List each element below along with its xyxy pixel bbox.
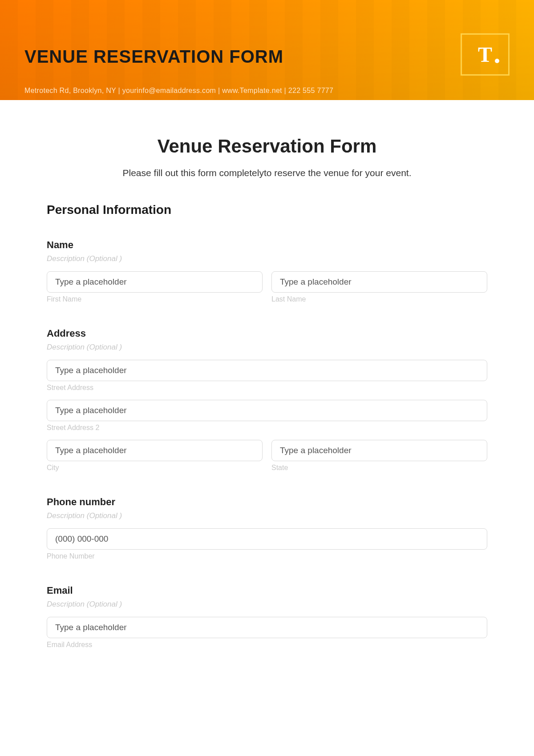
banner-title: VENUE RESERVATION FORM [24,47,283,67]
field-email: Email Description (Optional ) Email Addr… [47,585,487,649]
banner-contact-line: Metrotech Rd, Brooklyn, NY | yourinfo@em… [24,87,333,95]
state-input[interactable] [271,440,487,461]
field-name: Name Description (Optional ) First Name … [47,239,487,303]
phone-sublabel: Phone Number [47,552,487,560]
brand-logo-dot-icon [495,59,499,63]
street-address-input[interactable] [47,360,487,381]
city-input[interactable] [47,440,263,461]
page-title: Venue Reservation Form [47,136,487,157]
brand-logo: T [461,33,510,76]
last-name-sublabel: Last Name [271,295,487,303]
field-address: Address Description (Optional ) Street A… [47,328,487,472]
city-sublabel: City [47,464,263,472]
header-banner: VENUE RESERVATION FORM Metrotech Rd, Bro… [0,0,534,100]
brand-logo-letter: T [478,42,492,67]
phone-label: Phone number [47,496,487,508]
address-label: Address [47,328,487,339]
email-label: Email [47,585,487,596]
street-address-2-input[interactable] [47,400,487,421]
page-intro: Please fill out this form completelyto r… [47,168,487,178]
email-description: Description (Optional ) [47,600,487,609]
phone-input[interactable] [47,528,487,550]
first-name-input[interactable] [47,271,263,293]
phone-description: Description (Optional ) [47,511,487,520]
street-address-sublabel: Street Address [47,384,487,392]
address-description: Description (Optional ) [47,343,487,352]
state-sublabel: State [271,464,487,472]
section-personal-info: Personal Information [47,203,487,217]
name-label: Name [47,239,487,251]
email-sublabel: Email Address [47,641,487,649]
field-phone: Phone number Description (Optional ) Pho… [47,496,487,560]
last-name-input[interactable] [271,271,487,293]
first-name-sublabel: First Name [47,295,263,303]
email-input[interactable] [47,617,487,638]
name-description: Description (Optional ) [47,254,487,263]
street-address-2-sublabel: Street Address 2 [47,424,487,432]
form-content: Venue Reservation Form Please fill out t… [0,100,534,649]
